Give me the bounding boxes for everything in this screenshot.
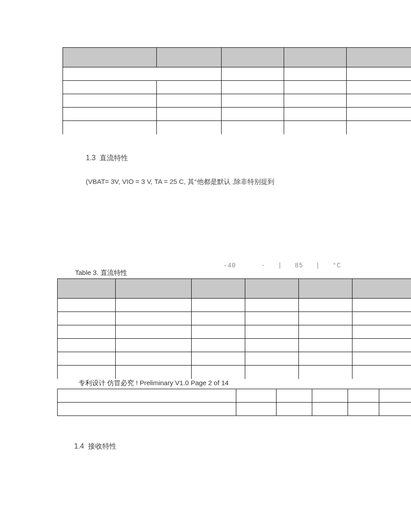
- preliminary-footer: 专利设计 仿冒必究 ! Preliminary V1.0 Page 2 of 1…: [79, 379, 229, 387]
- section-number: 1.4: [74, 442, 84, 450]
- table-row: [58, 339, 411, 352]
- table-1: [63, 47, 411, 134]
- section-title: 接收特性: [88, 442, 117, 450]
- table-row: [63, 121, 411, 134]
- section-number: 1.3: [86, 154, 96, 162]
- table-row: [63, 67, 411, 81]
- table-row: [63, 94, 411, 108]
- table-row: [63, 108, 411, 121]
- table-row: [58, 389, 411, 403]
- section-1-4-heading: 1.4 接收特性: [74, 442, 117, 451]
- table-row: [58, 299, 411, 312]
- document-page: 1.3 直流特性 (VBAT= 3V, VIO = 3 V, TA = 25 C…: [0, 0, 411, 532]
- section-title: 直流特性: [100, 154, 128, 162]
- table-2: [57, 278, 411, 379]
- section-1-3-condition: (VBAT= 3V, VIO = 3 V, TA = 25 C, 其°他都是默认…: [86, 178, 274, 186]
- table-row: [58, 352, 411, 366]
- table-row: [63, 48, 411, 67]
- table-row: [58, 366, 411, 379]
- table-row: [58, 403, 411, 416]
- table-row: [58, 279, 411, 299]
- faint-data-row: -40 - | 85 | °C: [223, 262, 341, 269]
- table-row: [58, 325, 411, 339]
- table-3-caption: Table 3. 直流特性: [75, 269, 127, 277]
- table-row: [63, 81, 411, 94]
- table-row: [58, 312, 411, 325]
- table-3: [57, 389, 411, 416]
- section-1-3-heading: 1.3 直流特性: [86, 154, 128, 163]
